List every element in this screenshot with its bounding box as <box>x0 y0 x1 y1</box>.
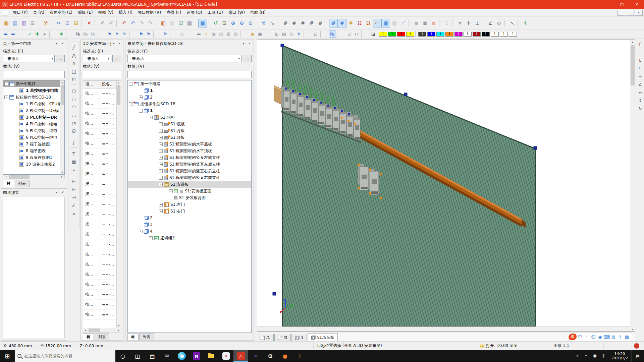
layer-color-chip[interactable]: 1 <box>482 32 490 37</box>
image-icon[interactable]: ▦ <box>390 19 399 27</box>
mail-icon[interactable]: ✉ <box>160 350 174 362</box>
input-mode-icon[interactable]: 中 <box>577 334 583 340</box>
nav-block-back-icon[interactable]: ▬ <box>2 31 9 38</box>
drawing-tool-icon[interactable] <box>70 147 77 149</box>
polyline-icon[interactable]: ⋀ <box>70 51 78 59</box>
toolbar-icon[interactable] <box>483 19 485 27</box>
table-row[interactable]: 按... =+-... <box>83 249 116 259</box>
tree-item[interactable]: - S1:箱柜 <box>128 114 251 121</box>
frame-icon[interactable]: ⊞ <box>273 31 280 38</box>
layer-color-chip[interactable] <box>415 31 417 37</box>
menu-item[interactable]: 编辑 (E) <box>75 9 96 16</box>
refresh-icon[interactable]: ↺ <box>211 19 220 27</box>
next-view-icon[interactable]: ↘ <box>268 19 277 27</box>
align-right-icon[interactable]: ≡ <box>429 19 438 27</box>
grid-b-icon[interactable]: # <box>290 19 299 27</box>
tree-item[interactable]: + S1:框架型材的竖直右前立柱 <box>128 174 251 181</box>
toolbox-icon[interactable]: ▦ <box>624 335 630 340</box>
chain-dimension-icon[interactable]: ⊩ <box>70 185 78 193</box>
redo-icon[interactable]: ↷ <box>137 19 146 27</box>
workbench-icon[interactable]: ⊓ <box>353 31 360 38</box>
expand-toggle[interactable]: - <box>159 183 163 186</box>
table-row[interactable]: 按... =+-... <box>83 129 116 139</box>
layer-color-chip[interactable]: 1 <box>379 32 387 37</box>
expand-toggle[interactable]: - <box>139 109 143 113</box>
tree-item[interactable]: 2 PLC控制—DE模 <box>3 107 60 114</box>
grid-yellow-icon[interactable]: # <box>346 19 355 27</box>
table-row[interactable]: 按... =+-... <box>83 280 116 290</box>
viewport-tab[interactable]: 1 <box>291 334 307 341</box>
tree-item[interactable]: - 第一个电路 <box>128 80 251 87</box>
graphic-preview-icon[interactable]: ▣ <box>198 19 207 27</box>
viewport-tab[interactable]: /3 <box>274 334 291 341</box>
arc-icon[interactable]: ◠ <box>70 103 78 111</box>
tree-item[interactable]: 3 PLC控制—DR <box>3 114 60 121</box>
table-row[interactable]: 按... =+-... <box>83 290 116 300</box>
corner-tr-icon[interactable]: ⌐ <box>637 49 644 56</box>
circle-3point-icon[interactable]: ◌ <box>70 95 78 103</box>
filter-dropdown[interactable]: - 未激活 -▾ <box>3 55 55 62</box>
edge-icon[interactable]: e <box>174 350 189 362</box>
sogou-logo-icon[interactable]: S <box>569 334 577 340</box>
hyperlink-icon[interactable]: ⌁ <box>70 166 78 174</box>
image-insert-icon[interactable]: ▦ <box>70 158 78 166</box>
onenote-icon[interactable]: N <box>189 350 204 362</box>
toolbar-icon[interactable] <box>409 19 411 27</box>
expand-toggle[interactable]: + <box>159 169 163 173</box>
value-input[interactable] <box>3 71 65 78</box>
settings-icon[interactable]: ⚙ <box>263 350 278 362</box>
menu-item[interactable]: 页 (A) <box>30 9 47 16</box>
taskbar-clock[interactable]: 14:20 2020/1/2 <box>608 352 631 360</box>
viewport-tab[interactable]: S1:安装板 <box>308 333 338 341</box>
menu-item[interactable]: 选项 (O) <box>184 9 205 16</box>
table-row[interactable]: 按... =+-... <box>83 229 116 239</box>
delete-icon[interactable]: ✕ <box>85 19 94 27</box>
tree-item[interactable]: + S1:安装板正面 <box>128 188 251 194</box>
notification-center-icon[interactable]: ▤ <box>631 350 644 362</box>
grid-e-icon[interactable]: # <box>316 19 325 27</box>
expand-toggle[interactable]: + <box>169 189 173 193</box>
minimize-button[interactable]: — <box>600 0 614 9</box>
toolbar-icon[interactable] <box>361 31 369 38</box>
grid-view-icon[interactable]: ▦ <box>185 19 194 27</box>
grid-d-icon[interactable]: # <box>307 19 316 27</box>
line-icon[interactable]: ╱ <box>70 43 78 51</box>
tree-item[interactable]: S1:安装板背面 <box>128 194 251 201</box>
toolbar-icon[interactable] <box>337 31 344 38</box>
cut-icon[interactable]: ✂ <box>54 19 63 27</box>
layer-color-chip[interactable]: 1 <box>427 32 435 37</box>
drawing-tool-icon[interactable] <box>70 136 77 138</box>
plugin-icon[interactable]: ❖ <box>58 31 65 38</box>
tree-item[interactable]: + S1:顶板 <box>128 134 251 141</box>
layer-color-chip[interactable]: 1 <box>397 32 405 37</box>
layer-color-chip[interactable]: 1 <box>473 32 481 37</box>
toolbar-icon[interactable] <box>240 31 248 38</box>
sector-icon[interactable]: ◔ <box>70 119 78 127</box>
tray-input-icon[interactable]: 中 <box>599 353 608 359</box>
layer-color-chip[interactable]: 1 <box>500 32 508 37</box>
visual-studio-icon[interactable]: ∞ <box>248 350 263 362</box>
toolbar-icon[interactable] <box>304 31 311 38</box>
increment-icon[interactable]: ✛ <box>464 19 473 27</box>
tree-item[interactable]: + 逻辑组件 <box>128 235 251 241</box>
renumber-icon[interactable]: № <box>82 31 89 38</box>
magnet-up-icon[interactable]: Ω <box>364 19 373 27</box>
menu-item[interactable]: 插入 (I) <box>116 9 135 16</box>
menu-item[interactable]: 项目数据 (R) <box>135 9 164 16</box>
expand-toggle[interactable]: + <box>159 149 163 153</box>
pick-point-icon[interactable]: ↖ <box>508 19 517 27</box>
layer-color-chip[interactable]: 1 <box>406 32 414 37</box>
drawing-tool-icon[interactable] <box>70 84 77 86</box>
table-row[interactable]: 按... =+-... <box>83 99 116 109</box>
coin-icon[interactable]: ◉ <box>249 31 256 38</box>
tree-item[interactable]: + S1:右门 <box>128 208 251 215</box>
rectangle-icon[interactable]: □ <box>70 67 78 75</box>
zoom-all-icon[interactable]: ⊙ <box>246 19 255 27</box>
menu-item[interactable]: 帮助 (H) <box>248 9 268 16</box>
tree-item[interactable]: - 按钮操作型SCD-18 <box>3 94 60 101</box>
table-row[interactable]: 按... =+-... <box>83 179 116 189</box>
perpendicular-icon[interactable]: ⟂ <box>473 19 482 27</box>
freeze-icon[interactable]: ❋ <box>295 31 303 38</box>
drawing-tool-icon[interactable] <box>70 175 77 177</box>
explorer-icon[interactable] <box>204 350 219 362</box>
